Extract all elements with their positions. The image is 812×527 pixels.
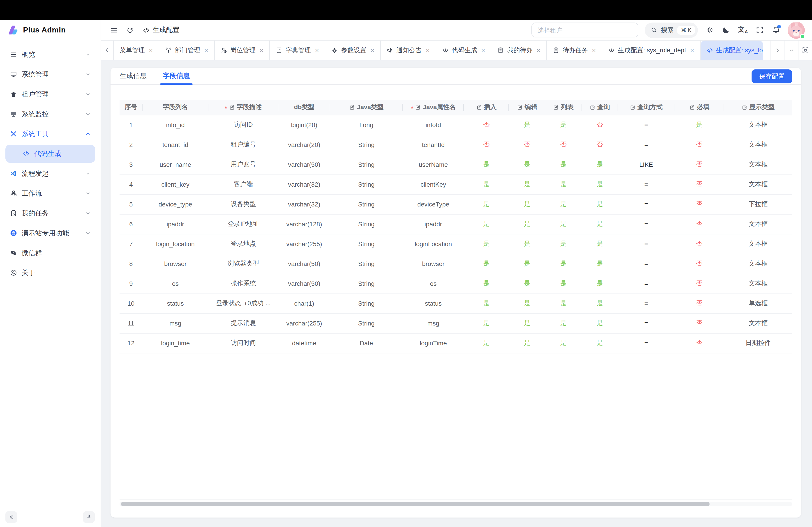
sidebar-item-system-monitor[interactable]: 系统监控	[5, 105, 95, 123]
cell-desc: 浏览器类型	[208, 254, 278, 274]
tab-dict-mgmt[interactable]: 字典管理×	[270, 41, 325, 60]
tab-notice[interactable]: 通知公告×	[381, 41, 436, 60]
tabs-menu-button[interactable]	[784, 41, 798, 60]
sidebar-item-overview[interactable]: 概览	[5, 46, 95, 63]
tab-gen-config-sys-role-dept[interactable]: 生成配置: sys_role_dept×	[602, 41, 700, 60]
sidebar-item-my-tasks[interactable]: 我的任务	[5, 204, 95, 222]
cell-query_type: =	[618, 135, 674, 155]
tab-label: 生成配置: sys_role_dept	[618, 46, 686, 54]
settings-button[interactable]	[706, 26, 714, 34]
cell-insert: 是	[464, 313, 509, 333]
sidebar-item-demo-features[interactable]: 演示站专用功能	[5, 224, 95, 242]
cell-attr: ipaddr	[403, 214, 464, 234]
refresh-button[interactable]	[126, 26, 133, 34]
pin-sidebar-button[interactable]	[83, 511, 95, 523]
column-header[interactable]: *Java属性名	[403, 100, 464, 115]
tab-post-mgmt[interactable]: 岗位管理×	[215, 41, 270, 60]
cell-edit: 是	[509, 333, 545, 353]
tab-code-gen[interactable]: 代码生成×	[436, 41, 492, 60]
cell-query: 是	[581, 274, 618, 293]
column-header[interactable]: 编辑	[509, 100, 545, 115]
table-row: 10status登录状态（0成功 ...char(1)Stringstatus是…	[119, 293, 792, 313]
sidebar-item-system-tools[interactable]: 系统工具	[5, 125, 95, 143]
tab-param-settings[interactable]: 参数设置×	[325, 41, 381, 60]
scroll-tabs-right-button[interactable]	[770, 41, 784, 60]
dark-mode-button[interactable]	[722, 26, 730, 34]
sidebar-item-about[interactable]: 关于	[5, 264, 95, 282]
column-header[interactable]: *字段描述	[208, 100, 278, 115]
tab-dept-mgmt[interactable]: 部门管理×	[159, 41, 215, 60]
tab-label: 待办任务	[563, 46, 588, 54]
cell-list: 是	[545, 333, 581, 353]
column-header[interactable]: 查询方式	[618, 100, 674, 115]
cell-java: String	[330, 254, 403, 274]
sidebar-item-system-mgmt[interactable]: 系统管理	[5, 65, 95, 84]
column-header[interactable]: 显示类型	[724, 100, 792, 115]
close-icon[interactable]: ×	[149, 46, 153, 54]
close-icon[interactable]: ×	[537, 46, 541, 54]
cell-display: 文本框	[724, 274, 792, 293]
close-icon[interactable]: ×	[260, 46, 264, 54]
notifications-button[interactable]	[772, 26, 780, 34]
close-icon[interactable]: ×	[204, 46, 208, 54]
cell-list: 是	[545, 214, 581, 234]
user-avatar[interactable]	[788, 21, 805, 39]
cell-db: varchar(255)	[278, 234, 330, 254]
tab-my-todo[interactable]: 我的待办×	[492, 41, 547, 60]
cell-desc: 租户编号	[208, 135, 278, 155]
sidebar-item-wechat-group[interactable]: 微信群	[5, 244, 95, 262]
tab-field-info[interactable]: 字段信息	[163, 67, 190, 84]
toggle-sidebar-button[interactable]	[110, 26, 118, 34]
cell-db: varchar(50)	[278, 155, 330, 175]
tenant-select-input[interactable]	[532, 22, 639, 37]
tab-gen-config-sys-lo[interactable]: 生成配置: sys_lo	[700, 41, 763, 60]
chevron-down-icon	[85, 72, 91, 77]
close-icon[interactable]: ×	[690, 46, 694, 54]
cell-edit: 是	[509, 254, 545, 274]
cell-query: 是	[581, 214, 618, 234]
collapse-sidebar-button[interactable]	[5, 511, 17, 523]
table-row: 2tenant_id租户编号varchar(20)StringtenantId否…	[119, 135, 792, 155]
cell-db: varchar(32)	[278, 175, 330, 194]
breadcrumb-label: 生成配置	[153, 26, 179, 34]
cell-insert: 否	[464, 135, 509, 155]
cell-query_type: =	[618, 214, 674, 234]
close-icon[interactable]: ×	[592, 46, 596, 54]
config-card: 生成信息 字段信息 保存配置 序号字段列名*字段描述db类型Java类型*Jav…	[111, 67, 801, 517]
column-header[interactable]: 列表	[545, 100, 581, 115]
sidebar-item-flow-start[interactable]: 流程发起	[5, 165, 95, 183]
column-header[interactable]: 查询	[581, 100, 618, 115]
column-header[interactable]: Java类型	[330, 100, 403, 115]
tab-generate-info[interactable]: 生成信息	[119, 67, 147, 84]
close-icon[interactable]: ×	[426, 46, 430, 54]
close-icon[interactable]: ×	[315, 46, 319, 54]
cell-attr: tenantId	[403, 135, 464, 155]
sidebar-item-tenant-mgmt[interactable]: 租户管理	[5, 85, 95, 103]
cell-query: 是	[581, 155, 618, 175]
language-button[interactable]: 文A	[738, 26, 748, 34]
cell-query_type: =	[618, 313, 674, 333]
required-asterisk: *	[224, 105, 227, 112]
tab-menu-mgmt[interactable]: 菜单管理×	[114, 41, 159, 60]
cell-insert: 是	[464, 293, 509, 313]
pin-icon	[86, 514, 92, 520]
code-icon	[23, 150, 30, 157]
save-config-button[interactable]: 保存配置	[752, 70, 792, 84]
cell-db: varchar(128)	[278, 214, 330, 234]
tab-todo-tasks[interactable]: 待办任务×	[547, 41, 602, 60]
close-icon[interactable]: ×	[371, 46, 374, 54]
close-icon[interactable]: ×	[481, 46, 485, 54]
cell-column: msg	[142, 313, 208, 333]
cell-attr: os	[403, 274, 464, 293]
cell-list: 是	[545, 155, 581, 175]
cell-desc: 提示消息	[208, 313, 278, 333]
sidebar-item-workflow[interactable]: 工作流	[5, 184, 95, 202]
horizontal-scrollbar-thumb[interactable]	[121, 502, 709, 506]
scroll-tabs-left-button[interactable]	[101, 41, 114, 60]
fullscreen-button[interactable]	[756, 26, 764, 34]
global-search[interactable]: 搜索 ⌘ K	[645, 22, 698, 37]
column-header[interactable]: 插入	[464, 100, 509, 115]
column-header[interactable]: 必填	[675, 100, 724, 115]
content-fullscreen-button[interactable]	[798, 41, 812, 60]
sidebar-item-code-gen[interactable]: 代码生成	[5, 145, 95, 163]
